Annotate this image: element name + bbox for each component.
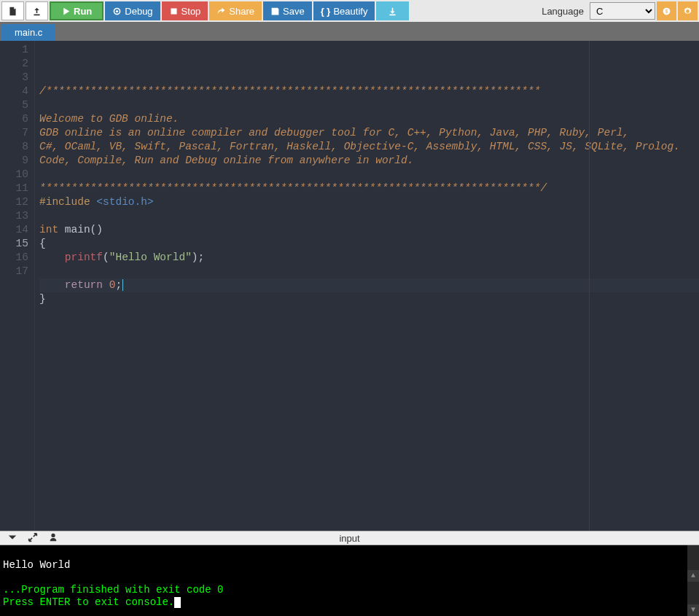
svg-text:$: $: [665, 8, 668, 13]
code-line[interactable]: C#, OCaml, VB, Swift, Pascal, Fortran, H…: [39, 140, 699, 154]
share-icon: [216, 7, 226, 16]
stop-label: Stop: [181, 6, 201, 17]
upload-button[interactable]: [26, 1, 48, 20]
console-title: input: [339, 533, 359, 544]
expand-console-button[interactable]: [28, 532, 38, 545]
console-cursor: [174, 597, 181, 608]
stop-icon: [169, 7, 179, 16]
beautify-label: Beautify: [333, 6, 367, 17]
code-line[interactable]: }: [39, 292, 699, 306]
code-line[interactable]: /***************************************…: [39, 85, 699, 98]
line-number: 15: [0, 237, 28, 251]
debug-label: Debug: [125, 6, 152, 17]
console-header: input: [0, 531, 699, 545]
code-line[interactable]: #include <stdio.h>: [39, 195, 699, 209]
svg-rect-2: [171, 8, 176, 14]
share-label: Share: [229, 6, 254, 17]
code-line[interactable]: [39, 265, 699, 278]
line-number: 3: [0, 71, 28, 85]
person-icon: [48, 532, 58, 542]
donate-button[interactable]: $: [657, 1, 676, 20]
line-number: 17: [0, 265, 28, 278]
new-file-icon: [8, 7, 17, 16]
save-label: Save: [283, 6, 305, 17]
language-label: Language: [537, 1, 588, 20]
new-file-button[interactable]: [1, 1, 24, 20]
line-number: 14: [0, 223, 28, 237]
download-button[interactable]: [376, 1, 409, 20]
code-line[interactable]: [39, 306, 699, 320]
tab-main-c[interactable]: main.c: [1, 24, 55, 41]
line-number: 16: [0, 251, 28, 265]
run-button[interactable]: Run: [50, 1, 104, 20]
code-line[interactable]: [39, 98, 699, 112]
main-toolbar: Run Debug Stop Share Save { } Beautify L…: [0, 0, 699, 22]
line-number: 1: [0, 43, 28, 57]
debug-icon: [112, 7, 122, 16]
line-gutter: 1234567891011121314151617: [0, 41, 35, 531]
save-icon: [270, 7, 280, 16]
line-number: 9: [0, 154, 28, 168]
code-area[interactable]: /***************************************…: [35, 41, 699, 531]
code-line[interactable]: Welcome to GDB online.: [39, 112, 699, 126]
line-number: 6: [0, 112, 28, 126]
line-number: 2: [0, 57, 28, 71]
settings-button[interactable]: [678, 1, 698, 20]
code-line[interactable]: int main(): [39, 223, 699, 237]
console-status: ...Program finished with exit code 0: [3, 584, 223, 596]
scroll-up-icon[interactable]: ▲: [687, 570, 699, 582]
editor-tabs: main.c: [0, 22, 699, 41]
line-number: 10: [0, 168, 28, 182]
code-editor[interactable]: 1234567891011121314151617 /*************…: [0, 41, 699, 531]
svg-point-1: [116, 9, 118, 12]
code-line[interactable]: GDB online is an online compiler and deb…: [39, 126, 699, 140]
line-number: 12: [0, 195, 28, 209]
beautify-button[interactable]: { } Beautify: [313, 1, 375, 20]
play-icon: [61, 7, 71, 16]
copy-console-button[interactable]: [48, 532, 58, 545]
download-icon: [388, 7, 397, 16]
line-number: 7: [0, 126, 28, 140]
save-button[interactable]: Save: [263, 1, 312, 20]
console-output[interactable]: Hello World ...Program finished with exi…: [0, 545, 699, 616]
print-margin: [589, 41, 590, 531]
code-line[interactable]: printf("Hello World");: [39, 251, 699, 265]
console-prompt: Press ENTER to exit console.: [3, 596, 174, 608]
code-line[interactable]: [39, 168, 699, 182]
line-number: 5: [0, 98, 28, 112]
collapse-console-button[interactable]: [7, 532, 17, 545]
line-number: 4: [0, 85, 28, 98]
scroll-down-icon[interactable]: ▼: [687, 604, 699, 616]
code-line[interactable]: [39, 209, 699, 223]
stop-button[interactable]: Stop: [162, 1, 208, 20]
upload-icon: [32, 7, 42, 16]
share-button[interactable]: Share: [209, 1, 262, 20]
chevron-down-icon: [7, 532, 17, 542]
line-number: 11: [0, 182, 28, 195]
debug-button[interactable]: Debug: [105, 1, 160, 20]
console-stdout: Hello World: [3, 559, 70, 571]
code-line[interactable]: ****************************************…: [39, 182, 699, 195]
gear-icon: [683, 7, 692, 16]
coin-icon: $: [662, 7, 671, 16]
language-select[interactable]: C: [590, 2, 655, 20]
code-line[interactable]: Code, Compile, Run and Debug online from…: [39, 154, 699, 168]
code-line[interactable]: return 0;: [39, 278, 699, 292]
expand-icon: [28, 532, 38, 542]
console-scrollbar[interactable]: ▲ ▼: [687, 545, 699, 616]
code-line[interactable]: {: [39, 237, 699, 251]
toolbar-spacer: [410, 1, 536, 20]
braces-icon: { }: [321, 6, 331, 17]
run-label: Run: [74, 6, 92, 17]
line-number: 8: [0, 140, 28, 154]
svg-point-5: [51, 533, 55, 537]
line-number: 13: [0, 209, 28, 223]
